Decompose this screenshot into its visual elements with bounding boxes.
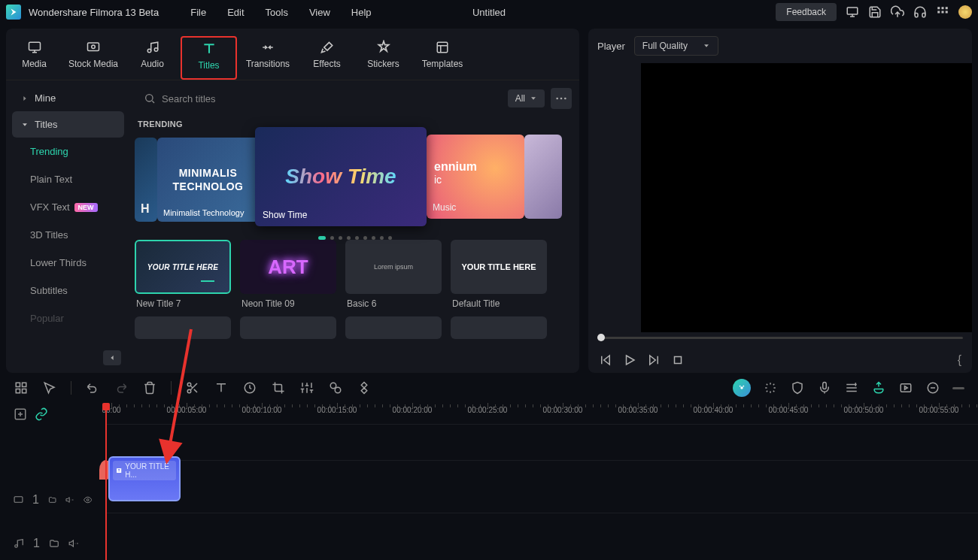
title-card-neon-title-09[interactable]: ART Neon Title 09 xyxy=(240,240,336,313)
add-track-icon[interactable] xyxy=(14,407,27,421)
mute-icon[interactable] xyxy=(65,495,74,505)
title-card-default-title[interactable]: YOUR TITLE HERE Default Title xyxy=(451,240,547,313)
menu-view[interactable]: View xyxy=(299,2,341,23)
carousel-card-showtime[interactable]: Show Time Show Time xyxy=(255,127,427,226)
ai-button[interactable] xyxy=(733,379,751,397)
collapse-sidebar-button[interactable] xyxy=(103,350,121,365)
filter-dropdown[interactable]: All xyxy=(508,89,545,107)
tab-effects[interactable]: Effects xyxy=(299,36,355,80)
profile-avatar-icon[interactable] xyxy=(958,5,972,19)
next-frame-icon[interactable] xyxy=(647,353,661,367)
title-card-basic-6[interactable]: Lorem ipsum Basic 6 xyxy=(345,240,442,313)
undo-icon[interactable] xyxy=(85,380,100,395)
tab-media[interactable]: Media xyxy=(6,36,62,80)
sidebar-sub-subtitles[interactable]: Subtitles xyxy=(12,277,124,304)
sidebar-sub-lower-thirds[interactable]: Lower Thirds xyxy=(12,249,124,277)
title-thumb[interactable] xyxy=(451,316,547,339)
tab-label: Transitions xyxy=(246,59,290,69)
timeline-ruler[interactable]: 00:0000:00:05:0000:00:10:0000:00:15:0000… xyxy=(105,403,978,424)
sidebar-sub-trending[interactable]: Trending xyxy=(12,138,124,165)
music-icon[interactable] xyxy=(844,380,859,395)
track-lane-audio[interactable] xyxy=(105,513,978,556)
folder-icon[interactable] xyxy=(48,495,56,505)
tab-transitions[interactable]: Transitions xyxy=(237,36,299,80)
sidebar-sub-popular[interactable]: Popular xyxy=(12,304,124,332)
preview-video[interactable] xyxy=(641,63,972,332)
mute-icon[interactable] xyxy=(68,538,79,549)
folder-icon[interactable] xyxy=(49,538,59,549)
cursor-icon[interactable] xyxy=(42,380,57,395)
zoom-out-icon[interactable] xyxy=(925,380,940,395)
sparkle-icon[interactable] xyxy=(763,380,778,395)
monitor-icon[interactable] xyxy=(846,5,859,19)
prev-frame-icon[interactable] xyxy=(599,353,612,367)
text-icon[interactable] xyxy=(214,380,229,395)
preview-scrubber[interactable] xyxy=(588,332,972,347)
carousel-card[interactable] xyxy=(524,135,562,219)
marker-icon[interactable] xyxy=(871,380,886,395)
tab-stickers[interactable]: Stickers xyxy=(355,36,412,80)
search-input[interactable]: Search titles xyxy=(138,88,502,109)
crop-icon[interactable] xyxy=(271,380,286,395)
title-thumb[interactable]: YOUR TITLE HERE xyxy=(451,240,547,294)
title-card-new-title-7[interactable]: YOUR TITLE HERE New Title 7 xyxy=(135,240,231,313)
tab-templates[interactable]: Templates xyxy=(412,36,473,80)
eye-icon[interactable] xyxy=(84,495,92,505)
delete-icon[interactable] xyxy=(142,380,157,395)
menu-tools[interactable]: Tools xyxy=(255,2,299,23)
sidebar-sub-3d-titles[interactable]: 3D Titles xyxy=(12,221,124,249)
menu-edit[interactable]: Edit xyxy=(217,2,254,23)
scrubber-knob[interactable] xyxy=(597,334,605,341)
carousel-card-ennium[interactable]: ennium ic Music xyxy=(427,135,524,219)
title-thumb[interactable]: ART xyxy=(240,240,336,294)
title-thumb[interactable] xyxy=(135,316,231,339)
tab-audio[interactable]: Audio xyxy=(124,36,181,80)
title-thumb[interactable] xyxy=(240,316,336,339)
menu-help[interactable]: Help xyxy=(341,2,382,23)
sidebar-item-titles[interactable]: Titles xyxy=(12,111,124,138)
title-thumb[interactable]: YOUR TITLE HERE xyxy=(135,240,231,294)
save-icon[interactable] xyxy=(868,5,882,19)
stickers-icon xyxy=(375,39,392,56)
audio-track-header[interactable]: 1 xyxy=(0,522,105,560)
sidebar-sub-vfx-text[interactable]: VFX TextNEW xyxy=(12,193,124,221)
sidebar-item-mine[interactable]: Mine xyxy=(12,85,124,111)
headphones-icon[interactable] xyxy=(913,5,927,19)
shield-icon[interactable] xyxy=(790,380,805,395)
apps-grid-icon[interactable] xyxy=(936,5,949,19)
sidebar-sub-plain-text[interactable]: Plain Text xyxy=(12,165,124,193)
tab-stock-media[interactable]: Stock Media xyxy=(62,36,124,80)
title-thumb[interactable]: Lorem ipsum xyxy=(345,240,442,294)
split-icon[interactable] xyxy=(185,380,200,395)
stop-icon[interactable] xyxy=(671,353,685,367)
play-icon[interactable] xyxy=(623,353,636,367)
layout-icon[interactable] xyxy=(14,380,29,395)
track-lane[interactable] xyxy=(105,424,978,460)
carousel-card-minimalist[interactable]: MINIMALISTECHNOLOG Minimalist Technology xyxy=(157,138,259,222)
video-track-header[interactable]: 1 xyxy=(0,478,105,522)
menu-file[interactable]: File xyxy=(180,2,217,23)
quality-select[interactable]: Full Quality xyxy=(634,36,718,56)
title-thumb[interactable] xyxy=(345,316,442,339)
feedback-button[interactable]: Feedback xyxy=(776,3,837,21)
tab-label: Titles xyxy=(198,60,219,71)
adjust-icon[interactable] xyxy=(299,380,314,395)
trending-carousel[interactable]: H MINIMALISTECHNOLOG Minimalist Technolo… xyxy=(135,135,575,232)
playhead[interactable] xyxy=(105,403,107,560)
carousel-card[interactable]: H xyxy=(135,138,157,222)
keyframe-icon[interactable] xyxy=(357,380,372,395)
track-lane-video[interactable]: YOUR TITLE H... xyxy=(105,460,978,513)
link-icon[interactable] xyxy=(35,407,48,421)
zoom-slider[interactable] xyxy=(952,387,964,389)
cloud-upload-icon[interactable] xyxy=(891,5,904,19)
color-icon[interactable] xyxy=(328,380,343,395)
title-clip[interactable]: YOUR TITLE H... xyxy=(108,456,181,501)
more-options-button[interactable] xyxy=(551,88,572,109)
redo-icon[interactable] xyxy=(114,380,129,395)
expand-icon[interactable]: { xyxy=(958,353,961,367)
tab-titles[interactable]: Titles xyxy=(181,36,237,80)
mic-icon[interactable] xyxy=(817,380,832,395)
snap-icon[interactable] xyxy=(898,380,913,395)
speed-icon[interactable] xyxy=(242,380,257,395)
svg-rect-6 xyxy=(946,11,948,14)
